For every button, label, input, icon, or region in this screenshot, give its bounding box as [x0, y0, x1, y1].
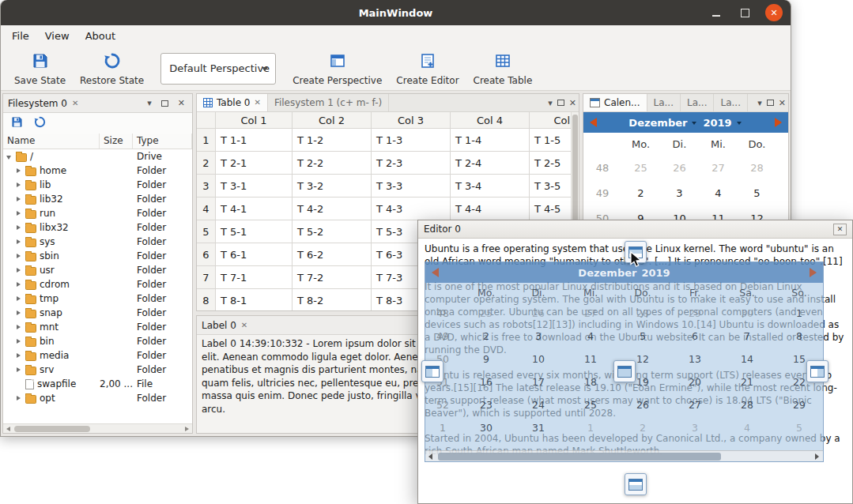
table-row-header[interactable]: 6 [197, 243, 216, 266]
tree-row[interactable]: homeFolder [3, 164, 192, 178]
close-icon[interactable]: ✕ [833, 224, 847, 235]
expand-arrow-icon[interactable] [14, 282, 22, 287]
dock-indicator-right-icon[interactable] [806, 360, 828, 382]
table-cell[interactable]: T 4-3 [372, 197, 451, 220]
tree-row[interactable]: libx32Folder [3, 220, 192, 235]
tree-row[interactable]: mediaFolder [3, 348, 192, 363]
create-perspective-button[interactable]: Create Perspective [285, 49, 389, 88]
tree-row[interactable]: libFolder [3, 178, 192, 192]
tree-row[interactable]: sysFolder [3, 235, 192, 249]
table-cell[interactable]: T 2-2 [293, 152, 372, 175]
expand-arrow-icon[interactable] [14, 211, 22, 216]
tree-row[interactable]: srvFolder [3, 363, 192, 377]
close-icon[interactable]: ✕ [567, 94, 579, 111]
close-icon[interactable]: ✕ [176, 98, 187, 108]
scrollbar-thumb[interactable] [438, 453, 721, 461]
table-cell[interactable]: T 1-3 [372, 129, 451, 152]
calendar-prev-icon[interactable] [590, 118, 597, 127]
table-column-header[interactable]: Col 1 [216, 112, 293, 129]
float-icon[interactable] [159, 100, 171, 107]
table-row-header[interactable]: 8 [197, 289, 216, 310]
table-cell[interactable]: T 4-1 [216, 197, 293, 220]
table-cell[interactable]: T 3-3 [372, 175, 451, 197]
table-cell[interactable]: T 3-4 [451, 175, 530, 197]
float-icon[interactable] [555, 94, 567, 111]
table-cell[interactable]: T 1-4 [451, 129, 530, 152]
calendar-date-cell[interactable]: 6 [776, 187, 788, 199]
dock-menu-icon[interactable]: ▾ [545, 94, 555, 111]
expand-arrow-icon[interactable] [14, 339, 22, 344]
table-cell[interactable]: T 7-1 [216, 266, 293, 289]
dock-indicator-left-icon[interactable] [421, 360, 443, 382]
table-cell[interactable]: T 4-5 [530, 197, 571, 220]
table-row-header[interactable]: 4 [197, 197, 216, 220]
column-header-name[interactable]: Name [3, 134, 100, 149]
scroll-right-icon[interactable] [812, 451, 823, 462]
close-button[interactable]: ✕ [765, 4, 783, 21]
calendar-date-cell[interactable]: 5 [738, 187, 776, 199]
table-cell[interactable]: T 2-1 [216, 152, 293, 175]
close-icon[interactable]: ✕ [776, 94, 788, 111]
tab-filesystem-1[interactable]: Filesystem 1 (c+ m- f-) [268, 94, 389, 111]
calendar-year[interactable]: 2019 [703, 117, 731, 129]
table-cell[interactable]: T 1-1 [216, 129, 293, 152]
tree-row[interactable]: mntFolder [3, 320, 192, 334]
table-cell[interactable]: T 3-1 [216, 175, 293, 197]
horizontal-scrollbar[interactable] [3, 423, 192, 433]
table-cell[interactable]: T 3-5 [530, 175, 571, 197]
expand-arrow-icon[interactable] [14, 197, 22, 201]
table-cell[interactable]: T 2-4 [451, 152, 530, 175]
expand-arrow-icon[interactable] [14, 268, 22, 273]
maximize-button[interactable] [737, 5, 753, 21]
table-cell[interactable]: T 4-4 [451, 197, 530, 220]
table-column-header[interactable]: Col 5 [530, 112, 571, 129]
calendar-date-cell[interactable]: 29 [776, 162, 788, 174]
expand-arrow-icon[interactable] [14, 254, 22, 258]
calendar-month[interactable]: Dezember [628, 117, 687, 129]
table-cell[interactable]: T 2-3 [372, 152, 451, 175]
expand-arrow-icon[interactable] [14, 325, 22, 329]
table-row-header[interactable]: 5 [197, 220, 216, 243]
calendar-date-cell[interactable]: 27 [699, 162, 738, 174]
table-cell[interactable]: T 6-1 [216, 243, 293, 266]
restore-state-button[interactable]: Restore State [73, 49, 151, 88]
window-titlebar[interactable]: MainWindow ✕ [1, 0, 791, 25]
close-icon[interactable]: ✕ [72, 100, 78, 107]
save-state-button[interactable]: Save State [7, 49, 73, 88]
table-cell[interactable]: T 8-1 [216, 289, 293, 310]
table-column-header[interactable]: Col 3 [372, 112, 451, 129]
table-cell[interactable]: T 8-2 [293, 289, 372, 310]
tree-row[interactable]: lib32Folder [3, 192, 192, 206]
tab-label-3[interactable]: La... [714, 94, 747, 111]
tree-row[interactable]: swapfile2,00 ...File [3, 377, 192, 391]
expand-arrow-icon[interactable] [14, 353, 22, 358]
tree-row[interactable]: cdromFolder [3, 277, 192, 291]
table-row-header[interactable]: 7 [197, 266, 216, 289]
create-table-button[interactable]: Create Table [466, 49, 540, 88]
table-cell[interactable]: T 6-2 [293, 243, 372, 266]
tab-calendar[interactable]: Calen... [583, 94, 647, 111]
tree-row[interactable]: runFolder [3, 206, 192, 220]
tree-row[interactable]: sbinFolder [3, 249, 192, 263]
tab-table-0[interactable]: Table 0 ✕ [197, 94, 268, 111]
tree-row[interactable]: binFolder [3, 334, 192, 348]
expand-arrow-icon[interactable] [14, 225, 22, 230]
table-cell[interactable]: T 3-2 [293, 175, 372, 197]
restore-icon[interactable] [33, 115, 47, 132]
close-icon[interactable]: ✕ [241, 322, 247, 329]
table-cell[interactable]: T 4-2 [293, 197, 372, 220]
tree-row[interactable]: usrFolder [3, 263, 192, 277]
table-row-header[interactable]: 3 [197, 175, 216, 197]
preview-horizontal-scrollbar[interactable] [425, 450, 823, 461]
tab-label-1[interactable]: La... [647, 94, 681, 111]
table-row-header[interactable]: 2 [197, 152, 216, 175]
float-icon[interactable] [764, 94, 776, 111]
expand-arrow-icon[interactable] [14, 296, 22, 301]
expand-arrow-icon[interactable] [14, 168, 22, 173]
scroll-left-icon[interactable] [6, 427, 10, 431]
scrollbar-thumb[interactable] [572, 115, 578, 233]
expand-arrow-icon[interactable] [14, 182, 22, 187]
table-cell[interactable]: T 7-2 [293, 266, 372, 289]
menu-view[interactable]: View [37, 27, 77, 45]
editor-titlebar[interactable]: Editor 0 ✕ [418, 220, 852, 239]
